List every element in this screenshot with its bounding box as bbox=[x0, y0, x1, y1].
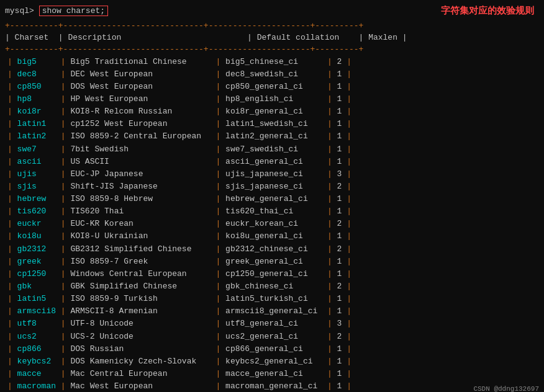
pipe: | bbox=[215, 306, 225, 316]
desc-cell: UTF-8 Unicode bbox=[70, 319, 215, 328]
desc-cell: ARMSCII-8 Armenian bbox=[70, 306, 215, 316]
pipe: | bbox=[342, 282, 351, 291]
col-header: | Charset | Description | Default collat… bbox=[2, 32, 542, 44]
table-row: | tis620 | TIS620 Thai | tis620_thai_ci … bbox=[5, 205, 539, 218]
pipe: | bbox=[7, 94, 17, 104]
pipe: | bbox=[7, 319, 17, 328]
pipe: | bbox=[342, 131, 351, 141]
desc-cell: Big5 Traditional Chinese bbox=[70, 57, 215, 66]
pipe: | bbox=[327, 207, 337, 216]
collation-cell: swe7_swedish_ci bbox=[225, 145, 327, 154]
collation-cell: latin2_general_ci bbox=[225, 131, 327, 141]
pipe: | bbox=[327, 282, 337, 291]
pipe: | bbox=[7, 219, 17, 228]
pipe: | bbox=[342, 169, 351, 179]
pipe: | bbox=[342, 157, 351, 166]
pipe: | bbox=[215, 119, 225, 128]
pipe: | bbox=[56, 57, 70, 66]
desc-cell: KOI8-U Ukrainian bbox=[70, 231, 215, 241]
collation-cell: euckr_korean_ci bbox=[225, 219, 327, 228]
pipe: | bbox=[7, 357, 17, 366]
pipe: | bbox=[327, 157, 337, 166]
pipe: | bbox=[342, 332, 351, 341]
pipe: | bbox=[56, 319, 70, 328]
title-cn: 字符集对应的效验规则 bbox=[441, 5, 539, 17]
pipe: | bbox=[7, 282, 17, 291]
pipe: | bbox=[56, 182, 70, 191]
pipe: | bbox=[342, 319, 351, 328]
pipe: | bbox=[327, 369, 337, 378]
table-row: | macce | Mac Central European | macce_g… bbox=[5, 368, 539, 380]
table-row: | cp1250 | Windows Central European | cp… bbox=[5, 268, 539, 280]
pipe: | bbox=[56, 69, 70, 79]
pipe: | bbox=[327, 194, 337, 203]
pipe: | bbox=[215, 219, 225, 228]
table-row: | latin2 | ISO 8859-2 Central European |… bbox=[5, 130, 539, 143]
table-row: | ujis | EUC-JP Japanese | ujis_japanese… bbox=[5, 168, 539, 180]
collation-cell: armscii8_general_ci bbox=[225, 306, 327, 316]
pipe: | bbox=[56, 357, 70, 366]
pipe: | bbox=[215, 145, 225, 154]
pipe: | bbox=[327, 306, 337, 316]
charset-cell: cp850 bbox=[17, 82, 56, 91]
pipe: | bbox=[342, 194, 351, 203]
charset-cell: latin1 bbox=[17, 119, 56, 128]
pipe: | bbox=[342, 94, 351, 104]
pipe: | bbox=[215, 82, 225, 91]
pipe: | bbox=[342, 244, 351, 254]
desc-cell: Mac West European bbox=[70, 381, 215, 391]
pipe: | bbox=[56, 207, 70, 216]
pipe: | bbox=[215, 231, 225, 241]
collation-cell: koi8u_general_ci bbox=[225, 231, 327, 241]
charset-cell: big5 bbox=[17, 57, 56, 66]
collation-cell: dec8_swedish_ci bbox=[225, 69, 327, 79]
pipe: | bbox=[56, 169, 70, 179]
pipe: | bbox=[56, 131, 70, 141]
collation-cell: latin5_turkish_ci bbox=[225, 294, 327, 303]
pipe: | bbox=[215, 157, 225, 166]
collation-cell: hp8_english_ci bbox=[225, 94, 327, 104]
desc-cell: ISO 8859-9 Turkish bbox=[70, 294, 215, 303]
desc-cell: DOS Kamenicky Czech-Slovak bbox=[70, 357, 215, 366]
collation-cell: sjis_japanese_ci bbox=[225, 182, 327, 191]
table-row: | latin1 | cp1252 West European | latin1… bbox=[5, 118, 539, 130]
table-row: | gbk | GBK Simplified Chinese | gbk_chi… bbox=[5, 280, 539, 293]
charset-cell: greek bbox=[17, 257, 56, 266]
pipe: | bbox=[7, 207, 17, 216]
pipe: | bbox=[342, 119, 351, 128]
charset-cell: tis620 bbox=[17, 207, 56, 216]
pipe: | bbox=[342, 231, 351, 241]
pipe: | bbox=[215, 207, 225, 216]
desc-cell: EUC-KR Korean bbox=[70, 219, 215, 228]
pipe: | bbox=[7, 169, 17, 179]
pipe: | bbox=[327, 94, 337, 104]
desc-cell: Windows Central European bbox=[70, 269, 215, 278]
pipe: | bbox=[215, 244, 225, 254]
pipe: | bbox=[327, 244, 337, 254]
charset-cell: ucs2 bbox=[17, 332, 56, 341]
pipe: | bbox=[7, 157, 17, 166]
collation-cell: keybcs2_general_ci bbox=[225, 357, 327, 366]
pipe: | bbox=[56, 219, 70, 228]
charset-cell: gb2312 bbox=[17, 244, 56, 254]
table-row: | gb2312 | GB2312 Simplified Chinese | g… bbox=[5, 243, 539, 256]
pipe: | bbox=[327, 257, 337, 266]
pipe: | bbox=[7, 57, 17, 66]
pipe: | bbox=[215, 381, 225, 391]
pipe: | bbox=[342, 257, 351, 266]
desc-cell: GBK Simplified Chinese bbox=[70, 282, 215, 291]
pipe: | bbox=[342, 69, 351, 79]
pipe: | bbox=[7, 194, 17, 203]
pipe: | bbox=[327, 332, 337, 341]
collation-cell: utf8_general_ci bbox=[225, 319, 327, 328]
charset-cell: koi8u bbox=[17, 231, 56, 241]
desc-cell: ISO 8859-2 Central European bbox=[70, 131, 215, 141]
table-row: | hp8 | HP West European | hp8_english_c… bbox=[5, 93, 539, 105]
pipe: | bbox=[56, 194, 70, 203]
collation-cell: hebrew_general_ci bbox=[225, 194, 327, 203]
pipe: | bbox=[56, 257, 70, 266]
pipe: | bbox=[215, 182, 225, 191]
desc-cell: EUC-JP Japanese bbox=[70, 169, 215, 179]
desc-cell: KOI8-R Relcom Russian bbox=[70, 107, 215, 116]
pipe: | bbox=[215, 282, 225, 291]
